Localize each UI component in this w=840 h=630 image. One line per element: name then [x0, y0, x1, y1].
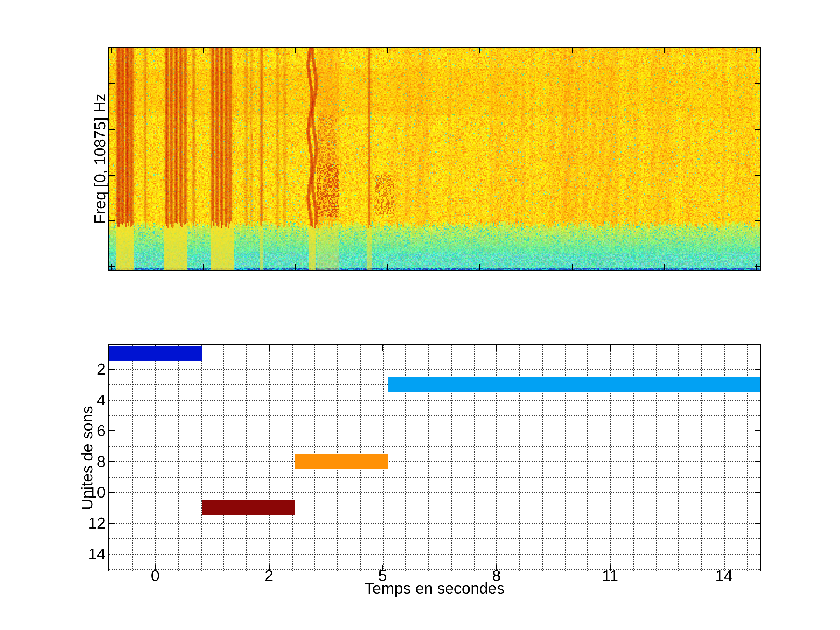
spectrogram-y-tick: [109, 175, 115, 175]
x-tick-label: 11: [581, 567, 639, 584]
y-gridline: [109, 538, 760, 539]
y-tick: [755, 461, 760, 462]
x-gridline: [133, 345, 133, 570]
spectrogram-x-tick: [203, 264, 204, 270]
y-gridline: [109, 523, 760, 524]
x-gridline: [246, 345, 247, 570]
spectrogram-x-tick: [480, 47, 480, 54]
x-tick: [724, 345, 725, 351]
spectrogram-x-tick: [387, 47, 388, 54]
y-gridline: [109, 461, 760, 462]
y-gridline: [109, 415, 760, 416]
y-gridline: [109, 554, 760, 555]
spectrogram-y-tick: [755, 221, 760, 221]
x-gridline: [155, 345, 156, 570]
spectrogram-x-tick: [295, 264, 296, 270]
sound-unit-bar: [388, 377, 760, 392]
y-gridline: [109, 369, 760, 370]
spectrogram-y-tick: [109, 129, 115, 130]
spectrogram-canvas: [109, 47, 760, 270]
x-tick-label: 5: [354, 567, 412, 584]
y-tick: [109, 399, 115, 401]
x-gridline: [269, 345, 270, 570]
x-tick-label: 0: [126, 567, 184, 584]
y-gridline: [109, 569, 760, 570]
figure-window: { "figure": { "background": "#ffffff", "…: [0, 0, 840, 630]
x-tick-label: 2: [240, 567, 298, 584]
x-tick: [382, 345, 383, 351]
x-tick: [496, 345, 497, 351]
spectrogram-x-tick: [664, 264, 665, 270]
y-tick-label: 4: [68, 392, 106, 408]
spectrogram-plot: [108, 47, 761, 271]
spectrogram-x-tick: [111, 47, 112, 54]
y-tick: [755, 369, 760, 369]
spectrogram-y-tick: [109, 221, 115, 221]
y-tick: [755, 399, 760, 401]
y-gridline: [109, 431, 760, 431]
y-tick: [755, 430, 760, 431]
y-gridline: [109, 354, 760, 354]
sound-unit-bar: [295, 454, 388, 469]
y-tick-label: 6: [68, 422, 106, 439]
spectrogram-image: [109, 47, 760, 270]
sound-unit-bar: [202, 500, 295, 515]
spectrogram-ylabel: Freq [0, 10875] Hz: [92, 57, 108, 261]
y-tick: [755, 554, 760, 554]
spectrogram-y-tick: [109, 83, 115, 84]
spectrogram-y-tick: [755, 83, 760, 84]
y-tick-label: 2: [68, 361, 106, 377]
x-tick-label: 14: [695, 567, 753, 584]
spectrogram-y-tick: [755, 129, 760, 130]
spectrogram-x-tick: [203, 47, 204, 54]
spectrogram-x-tick: [480, 264, 480, 270]
sound-units-plot: [108, 344, 761, 572]
y-gridline: [109, 477, 760, 478]
spectrogram-y-tick: [109, 266, 115, 267]
spectrogram-x-tick: [572, 264, 573, 270]
spectrogram-y-tick: [755, 266, 760, 267]
y-gridline: [109, 446, 760, 447]
spectrogram-x-tick: [387, 264, 388, 270]
spectrogram-x-tick: [756, 47, 757, 54]
y-tick-label: 10: [68, 484, 106, 500]
y-tick: [755, 523, 760, 524]
x-tick-label: 8: [467, 567, 526, 584]
y-tick-label: 12: [68, 515, 106, 531]
x-tick: [610, 345, 611, 351]
y-tick: [755, 492, 760, 493]
x-gridline: [201, 345, 202, 570]
x-gridline: [223, 345, 224, 570]
y-tick: [109, 523, 115, 524]
y-tick: [109, 369, 115, 369]
spectrogram-x-tick: [572, 47, 573, 54]
sound-unit-bar: [109, 346, 202, 361]
spectrogram-x-tick: [295, 47, 296, 54]
y-gridline: [109, 400, 760, 401]
y-tick: [109, 430, 115, 431]
x-gridline: [178, 345, 179, 570]
x-tick: [268, 345, 270, 351]
y-tick-label: 8: [68, 453, 106, 470]
spectrogram-y-tick: [755, 175, 760, 175]
y-tick-label: 14: [68, 546, 106, 562]
sound-units-plot-area: [109, 345, 760, 570]
y-tick: [109, 492, 115, 493]
y-tick: [109, 461, 115, 462]
y-gridline: [109, 492, 760, 493]
y-tick: [109, 554, 115, 554]
spectrogram-x-tick: [664, 47, 665, 54]
x-gridline: [292, 345, 292, 570]
